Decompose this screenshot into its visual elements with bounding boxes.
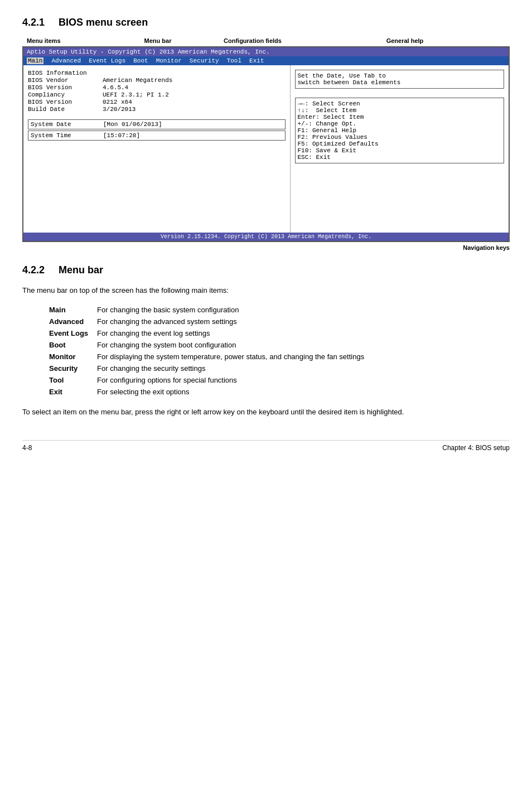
bios-screen: Aptio Setup Utility - Copyright (C) 2013… bbox=[22, 46, 510, 242]
bios-system-date-row[interactable]: System Date [Mon 01/06/2013] bbox=[28, 119, 286, 129]
section-422: 4.2.2 Menu bar The menu bar on top of th… bbox=[22, 264, 510, 418]
bios-system-rows: System Date [Mon 01/06/2013] System Time… bbox=[28, 119, 286, 141]
bios-vendor-key: BIOS Vendor bbox=[28, 77, 100, 84]
menubar-table: MainFor changing the basic system config… bbox=[45, 304, 369, 398]
menu-table-row: MonitorFor displaying the system tempera… bbox=[45, 351, 369, 363]
nav-select-item: ↑↓: Select Item bbox=[298, 107, 502, 114]
menu-boot[interactable]: Boot bbox=[133, 57, 148, 64]
bios-version-key: BIOS Version bbox=[28, 84, 100, 91]
section-422-heading: 4.2.2 Menu bar bbox=[22, 264, 510, 276]
menu-item-desc: For changing the event log settings bbox=[93, 327, 369, 339]
label-menu-items: Menu items bbox=[27, 37, 110, 44]
bios-version2-val: 0212 x64 bbox=[103, 99, 132, 105]
menu-main[interactable]: Main bbox=[27, 57, 43, 64]
menu-item-desc: For changing the system boot configurati… bbox=[93, 339, 369, 351]
bios-system-time-val: [15:07:28] bbox=[103, 132, 140, 139]
menu-item-desc: For changing the advanced system setting… bbox=[93, 316, 369, 327]
bios-content-area: BIOS Information BIOS Vendor American Me… bbox=[23, 65, 509, 233]
menu-item-desc: For changing the basic system configurat… bbox=[93, 304, 369, 316]
bios-version-row: BIOS Version 4.6.5.4 bbox=[28, 84, 286, 91]
label-general-help: General help bbox=[300, 37, 510, 44]
bios-bottombar: Version 2.15.1234. Copyright (C) 2013 Am… bbox=[23, 233, 509, 241]
bios-system-date-val: [Mon 01/06/2013] bbox=[103, 121, 162, 128]
diagram-labels: Menu items Menu bar Configuration fields… bbox=[22, 37, 510, 44]
menu-exit[interactable]: Exit bbox=[249, 57, 264, 64]
nav-change-opt: +/-: Change Opt. bbox=[298, 120, 502, 127]
bios-version-val: 4.6.5.4 bbox=[103, 84, 128, 91]
menu-table-row: AdvancedFor changing the advanced system… bbox=[45, 316, 369, 327]
nav-f5: F5: Optimized Defaults bbox=[298, 141, 502, 147]
menu-item-name: Event Logs bbox=[45, 327, 93, 339]
menu-table-row: ExitFor selecting the exit options bbox=[45, 386, 369, 398]
bios-version2-row: BIOS Version 0212 x64 bbox=[28, 99, 286, 105]
nav-esc: ESC: Exit bbox=[298, 154, 502, 161]
bios-builddate-row: Build Date 3/20/2013 bbox=[28, 106, 286, 113]
bios-system-date-key: System Date bbox=[31, 121, 103, 128]
menu-item-desc: For selecting the exit options bbox=[93, 386, 369, 398]
footer-chapter: Chapter 4: BIOS setup bbox=[442, 444, 510, 452]
label-menu-bar: Menu bar bbox=[110, 37, 205, 44]
menu-item-name: Security bbox=[45, 363, 93, 374]
menu-advanced[interactable]: Advanced bbox=[51, 57, 81, 64]
section-421-title: BIOS menu screen bbox=[59, 17, 148, 28]
menu-table-row: SecurityFor changing the security settin… bbox=[45, 363, 369, 374]
bios-general-help-box: Set the Date, Use Tab toswitch between D… bbox=[295, 70, 505, 89]
menubar-description: The menu bar on top of the screen has th… bbox=[22, 285, 510, 296]
bios-general-help-text: Set the Date, Use Tab toswitch between D… bbox=[298, 73, 401, 86]
menu-table-row: MainFor changing the basic system config… bbox=[45, 304, 369, 316]
bios-system-time-row[interactable]: System Time [15:07:28] bbox=[28, 131, 286, 141]
menu-tool[interactable]: Tool bbox=[227, 57, 241, 64]
bios-version2-key: BIOS Version bbox=[28, 99, 100, 105]
menu-item-name: Exit bbox=[45, 386, 93, 398]
section-422-title: Menu bar bbox=[59, 264, 103, 276]
bios-system-time-key: System Time bbox=[31, 132, 103, 139]
nav-f10: F10: Save & Exit bbox=[298, 147, 502, 154]
section-422-number: 4.2.2 bbox=[22, 264, 45, 276]
menu-item-name: Tool bbox=[45, 374, 93, 386]
nav-select-screen: →←: Select Screen bbox=[298, 100, 502, 107]
menu-item-name: Main bbox=[45, 304, 93, 316]
bios-builddate-key: Build Date bbox=[28, 106, 100, 113]
menu-item-name: Boot bbox=[45, 339, 93, 351]
menu-item-desc: For displaying the system temperature, p… bbox=[93, 351, 369, 363]
bios-bottombar-text: Version 2.15.1234. Copyright (C) 2013 Am… bbox=[161, 234, 371, 240]
menu-table-row: Event LogsFor changing the event log set… bbox=[45, 327, 369, 339]
bios-right-panel: Set the Date, Use Tab toswitch between D… bbox=[291, 65, 509, 233]
section-421-heading: 4.2.1 BIOS menu screen bbox=[22, 17, 510, 28]
menu-event-logs[interactable]: Event Logs bbox=[89, 57, 125, 64]
bios-builddate-val: 3/20/2013 bbox=[103, 106, 136, 113]
bios-vendor-val: American Megatrends bbox=[103, 77, 172, 84]
nav-keys-label: Navigation keys bbox=[22, 244, 510, 251]
bios-vendor-row: BIOS Vendor American Megatrends bbox=[28, 77, 286, 84]
bios-compliancy-row: Compliancy UEFI 2.3.1; PI 1.2 bbox=[28, 91, 286, 98]
bios-compliancy-key: Compliancy bbox=[28, 91, 100, 98]
bios-compliancy-val: UEFI 2.3.1; PI 1.2 bbox=[103, 91, 169, 98]
footer-page: 4-8 bbox=[22, 444, 32, 452]
bios-menu-bar: Main Advanced Event Logs Boot Monitor Se… bbox=[23, 56, 509, 65]
menu-item-desc: For configuring options for special func… bbox=[93, 374, 369, 386]
menu-monitor[interactable]: Monitor bbox=[156, 57, 182, 64]
menu-table-row: ToolFor configuring options for special … bbox=[45, 374, 369, 386]
bios-info-header-row: BIOS Information bbox=[28, 70, 286, 76]
section-421-number: 4.2.1 bbox=[22, 17, 45, 28]
nav-f2: F2: Previous Values bbox=[298, 134, 502, 141]
nav-f1: F1: General Help bbox=[298, 127, 502, 134]
bios-info-block: BIOS Information BIOS Vendor American Me… bbox=[28, 70, 286, 113]
bios-left-panel: BIOS Information BIOS Vendor American Me… bbox=[23, 65, 291, 233]
label-config-fields: Configuration fields bbox=[205, 37, 300, 44]
page-footer: 4-8 Chapter 4: BIOS setup bbox=[22, 440, 510, 452]
bios-info-label: BIOS Information bbox=[28, 70, 100, 76]
menu-item-name: Monitor bbox=[45, 351, 93, 363]
menu-item-desc: For changing the security settings bbox=[93, 363, 369, 374]
menu-security[interactable]: Security bbox=[190, 57, 219, 64]
bios-topbar: Aptio Setup Utility - Copyright (C) 2013… bbox=[23, 47, 509, 56]
bios-nav-help-box: →←: Select Screen ↑↓: Select Item Enter:… bbox=[295, 98, 505, 163]
closing-paragraph: To select an item on the menu bar, press… bbox=[22, 407, 510, 418]
bios-topbar-title: Aptio Setup Utility - Copyright (C) 2013… bbox=[27, 49, 270, 55]
menu-item-name: Advanced bbox=[45, 316, 93, 327]
nav-enter: Enter: Select Item bbox=[298, 114, 502, 120]
menu-table-row: BootFor changing the system boot configu… bbox=[45, 339, 369, 351]
